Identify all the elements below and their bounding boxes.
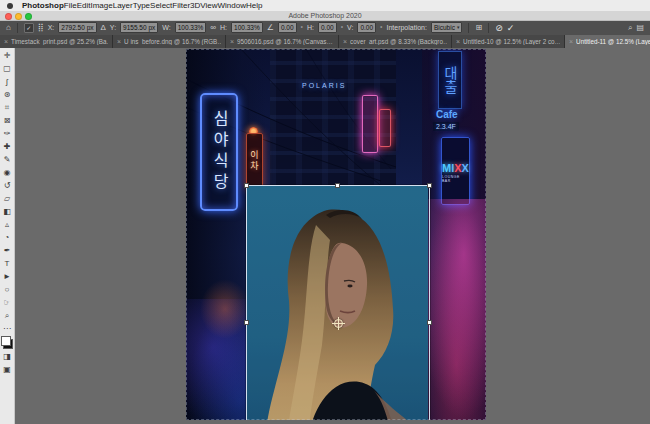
toolbar-ellipsis-icon[interactable]: ⋯	[1, 322, 14, 335]
tab-label: 9506016.psd @ 16.7% (Canvas…	[237, 38, 333, 45]
interpolation-label: Interpolation:	[386, 24, 426, 31]
y-label: Y:	[110, 24, 116, 31]
y-position-field[interactable]: 9155.50 px	[120, 22, 158, 33]
document-tab[interactable]: × Untitled-10 @ 12.5% (Layer 2 co…	[452, 35, 565, 48]
relative-position-icon[interactable]: Δ	[101, 20, 106, 35]
path-selection-tool-icon[interactable]: ►	[1, 270, 14, 283]
v-skew-field[interactable]: 0.00	[357, 22, 376, 33]
menu-item[interactable]: Edit	[77, 1, 91, 10]
transform-handle-top-left[interactable]	[244, 183, 249, 188]
cancel-transform-button[interactable]: ⊘	[495, 23, 503, 33]
eraser-tool-icon[interactable]: ▱	[1, 192, 14, 205]
rotation-degree-suffix: °	[301, 25, 303, 31]
tab-label: Untitled-11 @ 12.5% (Layer 2 copy, RGB/8…	[576, 38, 650, 45]
type-tool-icon[interactable]: T	[1, 257, 14, 270]
search-icon[interactable]: ⌕	[628, 20, 632, 35]
close-tab-icon[interactable]: ×	[117, 38, 121, 45]
close-tab-icon[interactable]: ×	[230, 38, 234, 45]
divider	[17, 23, 18, 33]
pen-tool-icon[interactable]: ✒	[1, 244, 14, 257]
divider	[488, 23, 489, 33]
zoom-tool-icon[interactable]: ⌕	[1, 309, 14, 322]
close-tab-icon[interactable]: ×	[4, 38, 8, 45]
color-swatches[interactable]	[1, 336, 13, 349]
close-tab-icon[interactable]: ×	[343, 38, 347, 45]
menu-item[interactable]: View	[200, 1, 217, 10]
neon-sign-cafe: Cafe	[436, 109, 458, 120]
rotate-angle-icon: ∠	[267, 20, 274, 35]
warp-mode-toggle-icon[interactable]: ⊞	[475, 20, 482, 35]
dodge-tool-icon[interactable]: ◔	[1, 231, 14, 244]
document-canvas[interactable]: 심야식당 이차 POLARIS 대출 Cafe 2.3.4F MIXX LOUN…	[186, 49, 486, 420]
document-tab[interactable]: × cover_art.psd @ 8.33% (Backgro…	[339, 35, 452, 48]
eyedropper-tool-icon[interactable]: ✑	[1, 127, 14, 140]
toggle-reference-point-checkbox[interactable]: ✓	[24, 23, 34, 33]
menu-item[interactable]: File	[64, 1, 77, 10]
quick-mask-button-icon[interactable]: ◨	[1, 350, 14, 363]
document-tab[interactable]: × 9506016.psd @ 16.7% (Canvas…	[226, 35, 339, 48]
blur-tool-icon[interactable]: ▵	[1, 218, 14, 231]
menu-item[interactable]: Filter	[172, 1, 190, 10]
commit-transform-button[interactable]: ✓	[507, 23, 515, 33]
history-brush-tool-icon[interactable]: ↺	[1, 179, 14, 192]
gradient-tool-icon[interactable]: ◧	[1, 205, 14, 218]
transform-handle-middle-right[interactable]	[427, 320, 432, 325]
h-skew-label: H:	[307, 24, 314, 31]
transform-handle-middle-left[interactable]	[244, 320, 249, 325]
interpolation-dropdown[interactable]: Bicubic ▾	[431, 22, 462, 33]
foreground-color-swatch[interactable]	[1, 336, 11, 346]
transform-reference-point[interactable]	[334, 319, 343, 328]
home-icon[interactable]: ⌂	[6, 20, 11, 35]
document-tab[interactable]: × Untitled-11 @ 12.5% (Layer 2 copy, RGB…	[565, 35, 650, 48]
neon-sign-daechul: 대출	[438, 51, 462, 109]
menu-item[interactable]: Type	[133, 1, 150, 10]
link-dimensions-icon[interactable]: ∞	[210, 20, 216, 35]
frame-tool-icon[interactable]: ⊠	[1, 114, 14, 127]
clone-stamp-tool-icon[interactable]: ◉	[1, 166, 14, 179]
apple-menu-icon[interactable]	[7, 3, 13, 9]
lasso-tool-icon[interactable]: ʃ	[1, 75, 14, 88]
mixx-letter: X	[462, 162, 469, 174]
crop-tool-icon[interactable]: ⌗	[1, 101, 14, 114]
screen-mode-button-icon[interactable]: ▣	[1, 363, 14, 376]
marquee-tool-icon[interactable]: ▢	[1, 62, 14, 75]
move-tool-icon[interactable]: ✛	[1, 49, 14, 62]
divider	[468, 23, 469, 33]
menu-item[interactable]: 3D	[190, 1, 200, 10]
menu-item[interactable]: Help	[246, 1, 262, 10]
menu-item[interactable]: Select	[150, 1, 172, 10]
close-tab-icon[interactable]: ×	[456, 38, 460, 45]
shape-tool-icon[interactable]: ○	[1, 283, 14, 296]
neon-sign-floor-number: 2.3.4F	[433, 122, 459, 131]
transform-handle-top-right[interactable]	[427, 183, 432, 188]
close-tab-icon[interactable]: ×	[569, 38, 573, 45]
neon-sign-polaris: POLARIS	[302, 82, 346, 89]
window-title: Adobe Photoshop 2020	[0, 11, 650, 20]
height-scale-field[interactable]: 100.33%	[231, 22, 263, 33]
mixx-subtitle: LOUNGE BAR	[442, 176, 469, 183]
menu-item[interactable]: Image	[90, 1, 112, 10]
brush-tool-icon[interactable]: ✎	[1, 153, 14, 166]
mixx-letter: X	[454, 162, 461, 174]
healing-brush-tool-icon[interactable]: ✚	[1, 140, 14, 153]
document-tab[interactable]: × U ins_before.dng @ 16.7% (RGB…	[113, 35, 226, 48]
width-scale-field[interactable]: 100.33%	[175, 22, 207, 33]
x-position-field[interactable]: 2792.50 px	[58, 22, 96, 33]
hand-tool-icon[interactable]: ☞	[1, 296, 14, 309]
neon-sign-red	[379, 109, 391, 147]
rotation-field[interactable]: 0.00	[278, 22, 297, 33]
width-label: W:	[162, 24, 170, 31]
reference-point-locator-icon[interactable]: ⣿	[38, 20, 44, 35]
menu-item[interactable]: Layer	[113, 1, 133, 10]
tab-label: cover_art.psd @ 8.33% (Backgro…	[350, 38, 447, 45]
transform-bounding-box[interactable]	[246, 185, 430, 420]
transform-handle-top-center[interactable]	[335, 183, 340, 188]
object-selection-tool-icon[interactable]: ⊛	[1, 88, 14, 101]
menu-item[interactable]: Window	[218, 1, 246, 10]
mixx-letter: M	[442, 162, 451, 174]
h-skew-field[interactable]: 0.00	[318, 22, 337, 33]
workspace-switcher-icon[interactable]: ▤	[636, 20, 644, 35]
title-bar: Adobe Photoshop 2020	[0, 11, 650, 21]
menu-item[interactable]: Photoshop	[22, 1, 64, 10]
document-tab[interactable]: × Timestack_print.psd @ 25.2% (Ba…	[0, 35, 113, 48]
